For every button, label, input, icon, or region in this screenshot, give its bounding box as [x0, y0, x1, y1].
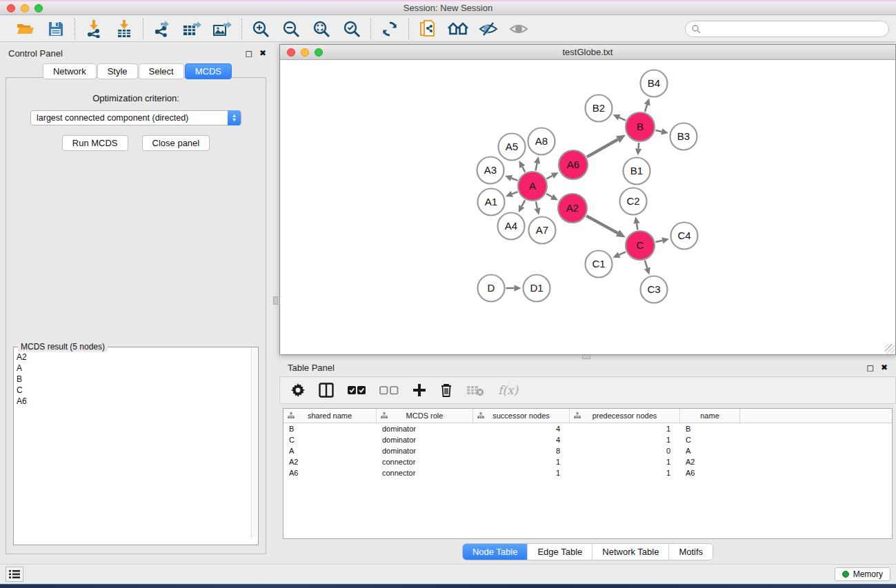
cell-name[interactable]: A6 — [680, 469, 740, 477]
network-canvas[interactable]: B4B2BB3A8A5A6A3B1AC2A1A2A4A7C4CC1C3DD1 — [280, 60, 895, 354]
cell-predecessor-nodes[interactable]: 1 — [570, 425, 680, 433]
clone-network-icon[interactable] — [417, 19, 438, 39]
tab-motifs[interactable]: Motifs — [669, 544, 713, 560]
memory-button[interactable]: Memory — [835, 567, 890, 581]
cell-successor-nodes[interactable]: 8 — [473, 447, 570, 455]
cell-name[interactable]: A2 — [680, 458, 740, 466]
table-row[interactable]: Adominator80A — [283, 445, 892, 456]
resize-grip-icon[interactable] — [885, 344, 895, 354]
edge-A-A8[interactable] — [536, 163, 537, 171]
run-mcds-button[interactable]: Run MCDS — [62, 135, 128, 151]
refresh-icon[interactable] — [379, 19, 400, 39]
network-zoom-button[interactable] — [315, 48, 323, 57]
edge-A-A7[interactable] — [536, 201, 537, 208]
criterion-select[interactable]: largest connected component (directed) ▲… — [30, 110, 241, 125]
mcds-result-list[interactable]: A2ABCA6 — [14, 347, 258, 534]
cell-predecessor-nodes[interactable]: 1 — [570, 469, 680, 477]
network-graph[interactable]: B4B2BB3A8A5A6A3B1AC2A1A2A4A7C4CC1C3DD1 — [280, 60, 895, 354]
table-row[interactable]: A6connector11A6 — [283, 467, 892, 478]
edge-A6-B[interactable] — [587, 139, 618, 156]
zoom-fit-icon[interactable] — [311, 19, 332, 39]
edge-C-C3[interactable] — [645, 261, 647, 268]
zoom-in-icon[interactable] — [250, 19, 271, 39]
tab-network-table[interactable]: Network Table — [593, 544, 669, 560]
cell-MCDS-role[interactable]: connector — [377, 458, 473, 466]
import-network-icon[interactable] — [83, 19, 104, 39]
zoom-window-button[interactable] — [34, 4, 43, 12]
cell-predecessor-nodes[interactable]: 0 — [570, 447, 680, 455]
mcds-result-item[interactable]: A2 — [17, 352, 257, 363]
cell-MCDS-role[interactable]: dominator — [377, 436, 473, 444]
tab-edge-table[interactable]: Edge Table — [528, 544, 593, 560]
home-icon[interactable] — [448, 19, 468, 39]
network-vertical-scroll-thumb[interactable] — [273, 296, 278, 305]
columns-icon[interactable] — [319, 380, 334, 401]
cell-shared-name[interactable]: A2 — [283, 458, 377, 466]
cell-MCDS-role[interactable]: dominator — [377, 447, 473, 455]
save-icon[interactable] — [46, 19, 66, 39]
show-details-icon[interactable] — [508, 19, 529, 39]
cell-shared-name[interactable]: C — [283, 436, 377, 444]
import-table-icon[interactable] — [114, 19, 135, 39]
cell-name[interactable]: C — [680, 436, 740, 444]
edge-A2-C[interactable] — [586, 216, 617, 233]
select-all-checkboxes-icon[interactable] — [348, 380, 366, 401]
cell-successor-nodes[interactable]: 1 — [473, 458, 570, 466]
edge-A-A5[interactable] — [522, 167, 525, 172]
mcds-result-item[interactable]: A6 — [17, 396, 257, 407]
cell-name[interactable]: A — [680, 447, 740, 455]
float-panel-icon[interactable]: ◻ — [245, 48, 252, 59]
edge-A-A4[interactable] — [521, 200, 525, 206]
close-window-button[interactable] — [7, 4, 15, 12]
tab-mcds[interactable]: MCDS — [185, 63, 232, 79]
cell-name[interactable]: B — [680, 425, 740, 433]
node-table[interactable]: shared nameMCDS rolesuccessor nodesprede… — [283, 408, 893, 539]
network-minimize-button[interactable] — [301, 48, 309, 57]
edge-B-B3[interactable] — [655, 130, 661, 132]
export-image-icon[interactable] — [212, 19, 233, 39]
mcds-result-item[interactable]: B — [17, 374, 257, 385]
column-header-name[interactable]: name — [680, 409, 740, 423]
open-folder-icon[interactable] — [15, 19, 36, 39]
cell-predecessor-nodes[interactable]: 1 — [570, 458, 680, 466]
table-float-panel-icon[interactable]: ◻ — [866, 363, 874, 373]
cell-successor-nodes[interactable]: 4 — [473, 436, 570, 444]
export-network-icon[interactable] — [152, 19, 172, 39]
edge-B-B2[interactable] — [619, 117, 626, 120]
edge-C-C1[interactable] — [619, 252, 626, 254]
mcds-result-item[interactable]: C — [17, 385, 257, 396]
table-close-panel-icon[interactable]: ✖ — [881, 363, 888, 372]
cell-shared-name[interactable]: B — [283, 425, 377, 433]
zoom-selected-icon[interactable] — [341, 19, 362, 39]
task-history-button[interactable] — [6, 567, 23, 582]
cell-successor-nodes[interactable]: 4 — [473, 425, 570, 433]
close-panel-button[interactable]: Close panel — [142, 135, 210, 151]
tab-select[interactable]: Select — [139, 63, 184, 79]
close-panel-icon[interactable]: ✖ — [259, 48, 266, 58]
tab-network[interactable]: Network — [43, 63, 97, 79]
edge-B-B1[interactable] — [639, 143, 639, 149]
result-scrollbar[interactable] — [251, 348, 257, 538]
settings-gear-icon[interactable] — [291, 380, 305, 401]
tab-node-table[interactable]: Node Table — [463, 544, 528, 560]
edge-C-C2[interactable] — [637, 223, 637, 230]
edge-A-A3[interactable] — [511, 178, 517, 180]
hide-details-icon[interactable] — [478, 19, 499, 39]
export-table-icon[interactable] — [182, 19, 203, 39]
column-header-MCDS-role[interactable]: MCDS role — [377, 409, 473, 423]
edge-B-B4[interactable] — [645, 105, 647, 112]
table-row[interactable]: Bdominator41B — [283, 423, 892, 434]
network-window-titlebar[interactable]: testGlobe.txt — [280, 45, 895, 60]
cell-successor-nodes[interactable]: 1 — [473, 469, 570, 477]
minimize-window-button[interactable] — [21, 4, 29, 12]
column-header-successor-nodes[interactable]: successor nodes — [473, 409, 570, 423]
search-field[interactable] — [685, 21, 889, 37]
deselect-checkboxes-icon[interactable] — [379, 380, 399, 401]
table-row[interactable]: Cdominator41C — [283, 434, 892, 445]
search-input[interactable] — [701, 24, 888, 34]
mcds-result-item[interactable]: A — [17, 363, 257, 374]
column-header-shared-name[interactable]: shared name — [283, 409, 377, 423]
table-row[interactable]: A2connector11A2 — [283, 456, 892, 467]
delete-column-icon[interactable] — [440, 380, 452, 401]
cell-MCDS-role[interactable]: dominator — [377, 425, 473, 433]
